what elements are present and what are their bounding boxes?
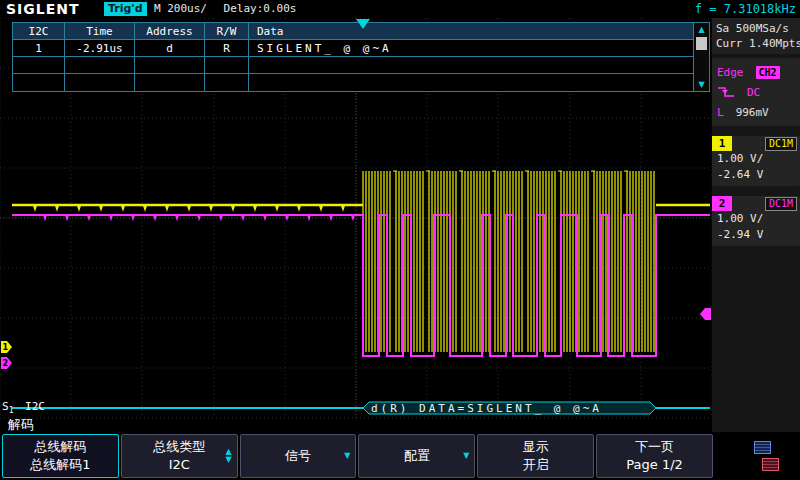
header-data: Data — [249, 23, 693, 39]
channel-1-coupling: DC1M — [765, 137, 797, 151]
header-rw: R/W — [205, 23, 249, 39]
acquisition-info: Sa 500MSa/s Curr 1.40Mpts — [712, 18, 800, 54]
print-indicator-icon[interactable] — [762, 458, 779, 471]
softkey-buttons: 总线解码 总线解码1 总线类型 I2C ▲▼ 信号 ▼ 配置 ▼ 显示 开启 下… — [0, 432, 714, 480]
menu-signal-button[interactable]: 信号 ▼ — [240, 434, 357, 478]
ch1-burst-waveform — [363, 171, 654, 352]
menu-indicator-icon[interactable] — [754, 441, 771, 454]
channel-2-badge: 2 — [712, 196, 732, 211]
table-row[interactable] — [13, 57, 693, 74]
cell-rw: R — [205, 40, 249, 56]
top-bar: SIGLENT Trig'd M 200us/ Delay:0.00s f = … — [0, 0, 800, 18]
cell-time — [65, 74, 135, 91]
table-row[interactable] — [13, 74, 693, 91]
bus-type-label: I2C — [25, 400, 45, 413]
trigger-mode: Edge — [717, 66, 744, 79]
menu-label: 下一页 — [635, 438, 674, 456]
menu-corner-icons — [714, 432, 800, 480]
header-i2c: I2C — [13, 23, 65, 39]
menu-value: 总线解码1 — [30, 456, 90, 474]
info-sidebar: Sa 500MSa/s Curr 1.40Mpts Edge CH2 DC L … — [712, 18, 800, 432]
down-arrow-icon: ▼ — [463, 452, 469, 460]
cell-data — [249, 57, 693, 73]
oscilloscope-screen: d(R) DATA=SIGLENT_ @ @~A 1 2 SIGLENT Tri… — [0, 0, 800, 480]
cell-data: SIGLENT_ @ @~A — [249, 40, 693, 56]
softkey-menu: 总线解码 总线解码1 总线类型 I2C ▲▼ 信号 ▼ 配置 ▼ 显示 开启 下… — [0, 432, 800, 480]
trigger-coupling: DC — [747, 86, 760, 99]
cell-index — [13, 57, 65, 73]
menu-value: Page 1/2 — [626, 456, 683, 474]
bus-number: 1 — [9, 406, 14, 415]
scroll-down-icon[interactable]: ▼ — [694, 78, 709, 91]
table-scrollbar[interactable]: ▲ ▼ — [693, 23, 709, 91]
ch2-waveform — [12, 215, 710, 356]
channel-2-scale: 1.00 V/ — [712, 211, 800, 227]
ch1-waveform — [12, 205, 710, 208]
decode-list-table: I2C Time Address R/W Data 1 -2.91us d R … — [12, 22, 710, 92]
scroll-up-icon[interactable]: ▲ — [694, 23, 709, 36]
trigger-position-triangle-icon — [356, 19, 370, 29]
scrollbar-thumb[interactable] — [696, 37, 707, 50]
trigger-source-badge: CH2 — [756, 66, 780, 79]
trigger-position-marker[interactable] — [355, 19, 371, 30]
falling-edge-icon — [717, 85, 735, 99]
bus-label: S1 I2C — [2, 400, 45, 415]
header-address: Address — [135, 23, 205, 39]
sample-rate: Sa 500MSa/s — [716, 21, 796, 36]
trigger-level-marker[interactable] — [700, 308, 711, 320]
down-arrow-icon: ▼ — [344, 452, 350, 460]
updown-arrow-icon: ▲▼ — [226, 448, 232, 464]
table-header-row: I2C Time Address R/W Data — [13, 23, 693, 40]
menu-label: 总线解码 — [34, 438, 86, 456]
menu-label: 显示 — [523, 438, 549, 456]
menu-label: 信号 — [285, 447, 311, 465]
menu-config-button[interactable]: 配置 ▼ — [358, 434, 475, 478]
header-time: Time — [65, 23, 135, 39]
table-row[interactable]: 1 -2.91us d R SIGLENT_ @ @~A — [13, 40, 693, 57]
timebase-value: M 200us/ — [154, 2, 207, 15]
bus-prefix: S — [2, 400, 9, 413]
cell-time: -2.91us — [65, 40, 135, 56]
menu-bus-type-button[interactable]: 总线类型 I2C ▲▼ — [121, 434, 238, 478]
decode-packet-text: d(R) DATA=SIGLENT_ @ @~A — [371, 402, 602, 415]
ch1-marker-label: 1 — [3, 343, 9, 352]
menu-label: 总线类型 — [153, 438, 205, 456]
cell-address — [135, 74, 205, 91]
timebase-readout: M 200us/ Delay:0.00s — [154, 2, 296, 16]
channel-2-coupling: DC1M — [765, 197, 797, 211]
menu-label: 配置 — [404, 447, 430, 465]
scrollbar-track[interactable] — [694, 51, 709, 78]
cell-index — [13, 74, 65, 91]
menu-bus-decode-button[interactable]: 总线解码 总线解码1 — [2, 434, 119, 478]
cell-data — [249, 74, 693, 91]
cell-index: 1 — [13, 40, 65, 56]
cell-address: d — [135, 40, 205, 56]
frequency-counter: f = 7.31018kHz — [695, 2, 796, 16]
channel-1-offset: -2.64 V — [712, 167, 800, 183]
decode-list-grid: I2C Time Address R/W Data 1 -2.91us d R … — [13, 23, 693, 91]
ch2-marker-label: 2 — [3, 359, 9, 368]
memory-depth: Curr 1.40Mpts — [716, 36, 796, 51]
trigger-info-panel[interactable]: Edge CH2 DC L 996mV — [712, 58, 800, 126]
cell-address — [135, 57, 205, 73]
channel-1-scale: 1.00 V/ — [712, 151, 800, 167]
menu-value: I2C — [169, 456, 190, 474]
channel-1-badge: 1 — [712, 136, 732, 151]
trigger-level-label: L — [717, 106, 724, 119]
brand-logo: SIGLENT — [6, 1, 80, 17]
delay-value: Delay:0.00s — [224, 2, 297, 15]
cell-time — [65, 57, 135, 73]
trigger-status-badge: Trig'd — [104, 2, 147, 16]
menu-value: 开启 — [523, 456, 549, 474]
channel-2-panel[interactable]: 2 DC1M 1.00 V/ -2.94 V — [712, 196, 800, 246]
channel-2-offset: -2.94 V — [712, 227, 800, 243]
trigger-level-value: 996mV — [736, 106, 769, 119]
menu-display-button[interactable]: 显示 开启 — [477, 434, 594, 478]
cell-rw — [205, 57, 249, 73]
channel-1-panel[interactable]: 1 DC1M 1.00 V/ -2.64 V — [712, 136, 800, 186]
menu-next-page-button[interactable]: 下一页 Page 1/2 — [596, 434, 713, 478]
cell-rw — [205, 74, 249, 91]
